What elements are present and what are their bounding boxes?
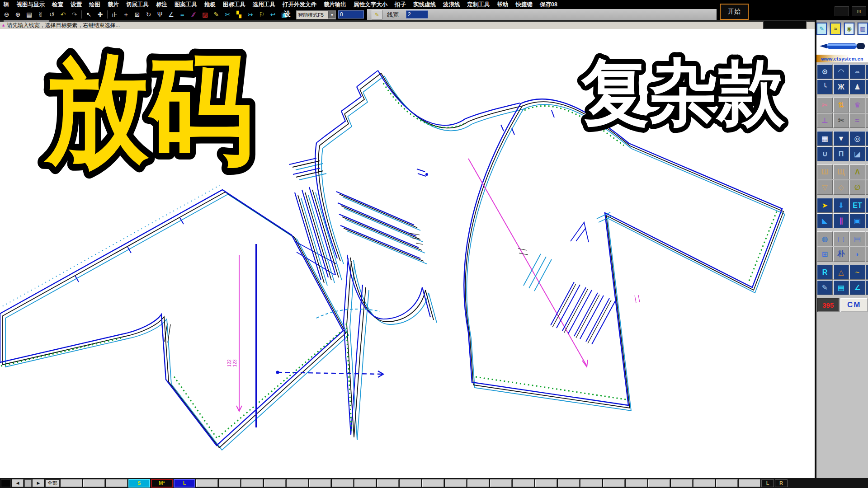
add-point-icon[interactable]: ＋ (120, 9, 132, 19)
menu-item[interactable]: 切展工具 (123, 1, 152, 9)
menu-item[interactable]: 视图与显示 (13, 1, 49, 9)
lr-button[interactable]: R (775, 479, 788, 487)
trapezoid-tool-icon[interactable]: ▢ (833, 231, 849, 246)
lr-button[interactable]: L (761, 479, 774, 487)
menu-item[interactable]: 检查 (48, 1, 67, 9)
size-cell[interactable]: M* (151, 479, 173, 488)
hatch-icon[interactable]: ▨ (199, 9, 211, 19)
undo-icon[interactable]: ↶ (57, 9, 69, 19)
pattern-canvas[interactable]: 122 123 放码 复杂款 (0, 29, 815, 478)
move-tool-icon[interactable]: ✚ (94, 9, 106, 19)
seam-allowance-icon[interactable]: ▧ (866, 113, 868, 128)
chevron-down-icon[interactable]: ▼ (328, 11, 335, 19)
curve-preset-icon[interactable]: ≈ (830, 23, 840, 35)
curve-graph-icon[interactable]: ╰ (817, 80, 833, 94)
dart-mark-icon[interactable]: ▲ (866, 164, 868, 179)
menu-item[interactable]: 定制工具 (464, 1, 494, 9)
select-arrow-icon[interactable]: ↖ (83, 9, 94, 19)
chain-measure-icon[interactable]: ⇔ (849, 64, 865, 79)
point-curve-tool-icon[interactable]: ◠ (833, 64, 849, 79)
panel-tool-icon[interactable]: ◖ (866, 247, 868, 262)
calc-tool-icon[interactable]: ▤ (833, 280, 849, 295)
view-refresh-icon[interactable]: ↺ (46, 9, 57, 19)
spiral-tool-icon[interactable]: ◎ (849, 131, 865, 146)
pan-hand-icon[interactable]: ✌ (35, 9, 46, 19)
linewidth-input[interactable] (406, 10, 428, 19)
transfer-arrows-icon[interactable]: ⇅ (833, 98, 849, 113)
menu-item[interactable]: 设置 (67, 1, 85, 9)
scroll-left-button[interactable]: ◀ (12, 479, 24, 487)
spindle-icon[interactable]: ∅ (849, 180, 865, 195)
menu-item[interactable]: 实线虚线 (410, 1, 439, 9)
minimize-button[interactable]: — (835, 6, 849, 16)
grade-arrow-icon[interactable]: ➤ (817, 198, 833, 213)
pink-scissors-icon[interactable]: ✂ (817, 98, 833, 113)
settings-button[interactable]: 设 (284, 10, 291, 19)
puzzle-run-icon[interactable]: ⊞ (817, 247, 833, 262)
pants-piece-icon[interactable]: Π (833, 146, 849, 161)
sleeve-curve-icon[interactable]: ~ (849, 265, 865, 280)
menu-item[interactable]: 标注 (152, 1, 171, 9)
angle-line-icon[interactable]: ∠ (165, 9, 177, 19)
menu-item[interactable]: 帮助 (494, 1, 512, 9)
snap-arrow-icon[interactable]: ↣ (245, 9, 256, 19)
rotate-icon[interactable]: ↻ (143, 9, 154, 19)
screen-view-icon[interactable]: ▤ (24, 9, 35, 19)
wave-piece-icon[interactable]: ≈ (849, 113, 865, 128)
sewing-machine-icon[interactable]: ▦ (817, 131, 833, 146)
insert-down-icon[interactable]: ⇓ (833, 198, 849, 213)
corner-curve-icon[interactable]: ◣ (817, 213, 833, 228)
funnel-garment-icon[interactable]: ▼ (833, 131, 849, 146)
menu-item[interactable]: 波浪线 (439, 1, 464, 9)
shift-tool-icon[interactable]: ⇒ (866, 198, 868, 213)
cut-figure-icon[interactable]: ✂ (222, 9, 233, 19)
triangle-marker-icon[interactable]: △ (833, 265, 849, 280)
curve-comb-icon[interactable]: ≈ (866, 265, 868, 280)
copy-piece-icon[interactable]: ▣ (849, 213, 865, 228)
curved-panel-icon[interactable]: ◗ (849, 247, 865, 262)
dart-line-icon[interactable]: ∖ (866, 180, 868, 195)
menu-item[interactable]: 裁片输出 (320, 1, 350, 9)
menu-item[interactable]: 打开外发文件 (279, 1, 320, 9)
body-figure-icon[interactable]: ♟ (849, 80, 865, 94)
press-tool-icon[interactable]: ⊡ (866, 131, 868, 146)
fork-tool-icon[interactable]: Ψ (154, 9, 165, 19)
scroll-right-button[interactable]: ▶ (33, 479, 44, 487)
radius-measure-icon[interactable]: R (817, 265, 833, 280)
menu-item[interactable]: 推板 (201, 1, 219, 9)
menu-item[interactable]: 保存08 (536, 1, 561, 9)
menu-item[interactable]: 属性文字大小 (350, 1, 391, 9)
menu-item[interactable]: 图标工具 (219, 1, 249, 9)
black-scissors-icon[interactable]: ✄ (833, 113, 849, 128)
redo-icon[interactable]: ↷ (69, 9, 80, 19)
kettle-tool-icon[interactable]: ◍ (817, 231, 833, 246)
zoom-in-icon[interactable]: ⊕ (12, 9, 24, 19)
start-button[interactable]: 开始 (720, 4, 749, 20)
dart-peaks-icon[interactable]: Λ (849, 164, 865, 179)
dash-measure-icon[interactable]: ∥ (833, 213, 849, 228)
pen-tool-button[interactable]: ✎ (372, 10, 382, 19)
jacket-piece-icon[interactable]: ◪ (849, 146, 865, 161)
menu-item[interactable]: 绘图 (85, 1, 104, 9)
pleat-fold-icon[interactable]: Щ (833, 164, 849, 179)
size-cell[interactable]: L (174, 479, 195, 488)
menu-item[interactable]: 选用工具 (249, 1, 279, 9)
menu-item[interactable]: 图案工具 (171, 1, 201, 9)
flip-piece-icon[interactable]: ⇄ (866, 213, 868, 228)
pink-lines-icon[interactable]: ∕∕ (188, 9, 199, 19)
bucket-piece-icon[interactable]: ∪ (817, 146, 833, 161)
skirt-piece-icon[interactable]: ◩ (866, 146, 868, 161)
pleat-strips-icon[interactable]: Ш (817, 164, 833, 179)
refline-icon[interactable]: 正 (109, 9, 120, 19)
pen-spark-icon[interactable]: ✎ (817, 280, 833, 295)
band-tool-icon[interactable]: ▥ (866, 231, 868, 246)
menu-item[interactable]: 快捷键 (512, 1, 537, 9)
notch-tool-icon[interactable]: ◆ (866, 98, 868, 113)
menu-item[interactable]: 辑 (0, 1, 13, 9)
zoom-out-icon[interactable]: ⊖ (1, 9, 12, 19)
size-cell[interactable]: S (128, 479, 150, 488)
h-piece-icon[interactable]: ▤ (849, 231, 865, 246)
print-button[interactable]: ⊡ (852, 6, 866, 16)
et-move-icon[interactable]: ET (849, 198, 865, 213)
symmetry-tool-icon[interactable]: Ж (833, 80, 849, 94)
